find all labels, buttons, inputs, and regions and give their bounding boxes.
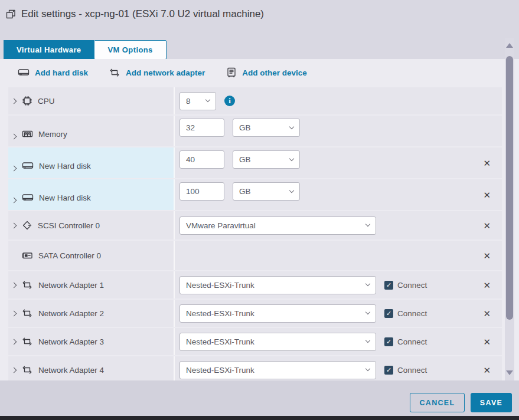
expand-chevron-icon[interactable] xyxy=(11,310,17,316)
remove-na3-button[interactable]: ✕ xyxy=(483,337,491,346)
add-hard-disk-label: Add hard disk xyxy=(35,68,88,77)
remove-na1-button[interactable]: ✕ xyxy=(483,281,491,290)
row-na2-label-cell: Network Adapter 2 xyxy=(8,300,175,327)
expand-chevron-icon[interactable] xyxy=(11,134,17,140)
na1-connect-group: ✓ Connect xyxy=(384,281,427,290)
row-memory: Memory 32 GB xyxy=(8,116,502,146)
na3-connect-checkbox[interactable]: ✓ xyxy=(384,337,393,346)
na3-portgroup-select[interactable]: Nested-ESXi-Trunk xyxy=(179,333,376,351)
cpu-count-select[interactable]: 8 xyxy=(179,92,216,110)
na3-connect-group: ✓ Connect xyxy=(384,337,427,346)
na2-portgroup-value: Nested-ESXi-Trunk xyxy=(186,309,254,318)
network-icon xyxy=(109,68,120,78)
memory-unit-select[interactable]: GB xyxy=(233,119,300,137)
remove-sata-button[interactable]: ✕ xyxy=(483,251,491,260)
chevron-down-icon xyxy=(289,188,294,192)
expand-chevron-icon[interactable] xyxy=(11,166,17,172)
row-new-hard-disk-2-label: New Hard disk xyxy=(39,193,91,202)
hard-disk-2-unit-select[interactable]: GB xyxy=(233,182,300,201)
expand-chevron-icon[interactable] xyxy=(11,98,17,104)
sata-icon xyxy=(22,251,33,260)
row-new-hard-disk-1: New Hard disk 40 GB ✕ xyxy=(8,147,502,178)
network-icon xyxy=(22,337,33,347)
row-scsi-label: SCSI Controller 0 xyxy=(38,221,100,230)
hard-disk-icon xyxy=(18,68,30,77)
hard-disk-1-unit-select[interactable]: GB xyxy=(233,150,300,169)
na2-connect-checkbox[interactable]: ✓ xyxy=(384,309,393,318)
row-na3-value-cell: Nested-ESXi-Trunk ✓ Connect ✕ xyxy=(175,328,502,355)
dialog-title-row: Edit settings - xcp-ng-01 (ESXi 7.0 U2 v… xyxy=(6,8,264,20)
row-network-adapter-1: Network Adapter 1 Nested-ESXi-Trunk ✓ Co… xyxy=(8,271,502,298)
scroll-down-arrow-icon[interactable] xyxy=(506,370,513,375)
tab-vm-options[interactable]: VM Options xyxy=(94,40,166,60)
row-network-adapter-3: Network Adapter 3 Nested-ESXi-Trunk ✓ Co… xyxy=(8,328,502,355)
dialog-title: Edit settings - xcp-ng-01 (ESXi 7.0 U2 v… xyxy=(21,8,264,20)
hard-disk-2-size-value: 100 xyxy=(186,187,200,196)
cpu-icon xyxy=(22,96,32,106)
save-button[interactable]: SAVE xyxy=(471,393,512,412)
na1-connect-checkbox[interactable]: ✓ xyxy=(384,281,393,290)
scroll-up-arrow-icon[interactable] xyxy=(506,43,513,48)
remove-scsi-button[interactable]: ✕ xyxy=(483,221,491,230)
hard-disk-1-size-input[interactable]: 40 xyxy=(179,150,224,169)
expand-chevron-icon[interactable] xyxy=(11,282,17,288)
remove-hard-disk-2-button[interactable]: ✕ xyxy=(483,191,491,199)
row-na1-label: Network Adapter 1 xyxy=(38,281,104,290)
hard-disk-2-unit-value: GB xyxy=(239,187,251,196)
row-na2-value-cell: Nested-ESXi-Trunk ✓ Connect ✕ xyxy=(175,300,502,327)
network-icon xyxy=(22,280,33,290)
remove-na4-button[interactable]: ✕ xyxy=(483,366,491,375)
add-network-adapter-button[interactable]: Add network adapter xyxy=(109,68,205,78)
expand-chevron-icon[interactable] xyxy=(11,367,17,373)
chevron-down-icon xyxy=(365,222,370,227)
hard-disk-2-size-input[interactable]: 100 xyxy=(179,182,224,201)
remove-na2-button[interactable]: ✕ xyxy=(483,309,491,318)
cpu-info-icon[interactable]: i xyxy=(224,96,235,106)
row-memory-value-cell: 32 GB xyxy=(175,116,502,146)
scsi-type-select[interactable]: VMware Paravirtual xyxy=(179,216,376,235)
row-sata-label-cell: SATA Controller 0 xyxy=(8,241,175,270)
scrollbar-thumb[interactable] xyxy=(506,56,513,320)
row-cpu-label: CPU xyxy=(38,97,55,106)
hard-disk-icon xyxy=(22,161,34,170)
row-memory-label-cell: Memory xyxy=(8,116,175,146)
expand-chevron-icon[interactable] xyxy=(11,222,17,228)
na2-portgroup-select[interactable]: Nested-ESXi-Trunk xyxy=(179,304,376,323)
na4-portgroup-select[interactable]: Nested-ESXi-Trunk xyxy=(179,361,376,379)
row-new-hard-disk-1-value-cell: 40 GB ✕ xyxy=(175,147,502,178)
hard-disk-1-unit-value: GB xyxy=(239,155,251,164)
row-scsi-value-cell: VMware Paravirtual ✕ xyxy=(175,211,502,239)
cpu-count-value: 8 xyxy=(186,97,191,106)
tab-virtual-hardware[interactable]: Virtual Hardware xyxy=(4,40,94,60)
row-new-hard-disk-1-label-cell: New Hard disk xyxy=(8,147,175,178)
row-na2-label: Network Adapter 2 xyxy=(38,309,104,318)
add-hard-disk-button[interactable]: Add hard disk xyxy=(18,68,88,77)
expand-chevron-icon[interactable] xyxy=(11,339,17,344)
row-na3-label: Network Adapter 3 xyxy=(38,337,104,346)
add-network-adapter-label: Add network adapter xyxy=(126,68,205,77)
settings-scroll-area: Add hard disk Add network adapter Add xyxy=(0,59,519,380)
row-scsi-label-cell: SCSI Controller 0 xyxy=(8,211,175,239)
other-device-icon xyxy=(226,67,237,78)
memory-size-value: 32 xyxy=(186,123,195,132)
memory-size-input[interactable]: 32 xyxy=(179,119,224,137)
na4-connect-label: Connect xyxy=(397,366,427,375)
dialog-header: Edit settings - xcp-ng-01 (ESXi 7.0 U2 v… xyxy=(0,0,519,59)
dialog-footer: CANCEL SAVE xyxy=(0,380,519,416)
na1-portgroup-select[interactable]: Nested-ESXi-Trunk xyxy=(179,276,376,294)
row-new-hard-disk-2-value-cell: 100 GB ✕ xyxy=(175,179,502,210)
row-new-hard-disk-1-label: New Hard disk xyxy=(39,162,91,170)
add-other-device-button[interactable]: Add other device xyxy=(226,67,307,78)
cancel-button[interactable]: CANCEL xyxy=(410,393,465,412)
chevron-down-icon xyxy=(365,366,370,371)
row-cpu-value-cell: 8 i xyxy=(175,87,502,114)
vm-icon xyxy=(6,9,16,19)
remove-hard-disk-1-button[interactable]: ✕ xyxy=(483,159,491,168)
na1-portgroup-value: Nested-ESXi-Trunk xyxy=(186,281,254,290)
hard-disk-1-size-value: 40 xyxy=(186,155,195,164)
na4-connect-checkbox[interactable]: ✓ xyxy=(384,366,393,375)
na3-connect-label: Connect xyxy=(397,337,427,346)
row-cpu: CPU 8 i xyxy=(8,87,502,114)
vertical-scrollbar[interactable] xyxy=(505,38,514,380)
expand-chevron-icon[interactable] xyxy=(11,198,17,204)
